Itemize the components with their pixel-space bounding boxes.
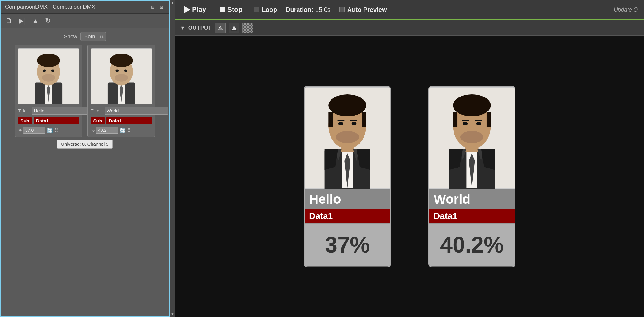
- sub-label-left: Sub: [18, 117, 32, 124]
- main-canvas: Hello Data1 37%: [175, 36, 644, 317]
- preview-sub-left: Data1: [305, 209, 390, 223]
- card-percent-row-left: % 🔄 ⠿: [18, 127, 79, 134]
- maximize-icon[interactable]: ⊠: [158, 4, 165, 10]
- play-step-icon[interactable]: ▶|: [19, 17, 26, 25]
- title-icons: ⊟ ⊠: [150, 4, 165, 10]
- output-collapse-arrow[interactable]: ▼: [180, 25, 185, 31]
- output-icon-mountain[interactable]: [215, 23, 226, 33]
- duration-value: 15.0s: [315, 6, 331, 13]
- output-bar: ▼ OUTPUT: [175, 20, 644, 36]
- svg-rect-33: [362, 112, 366, 127]
- up-arrow-icon[interactable]: ▲: [32, 17, 39, 25]
- svg-point-49: [453, 94, 491, 116]
- svg-point-35: [352, 122, 357, 125]
- svg-rect-36: [338, 120, 345, 121]
- pct-input-left[interactable]: [23, 127, 45, 134]
- preview-card-right: World Data1 40.2%: [428, 86, 515, 267]
- svg-rect-24: [231, 30, 237, 31]
- cards-row: Title Sub Data1 % 🔄 ⠿: [1, 45, 169, 137]
- svg-point-10: [42, 74, 55, 82]
- svg-point-8: [43, 69, 46, 72]
- preview-title-left: Hello: [305, 189, 390, 209]
- svg-point-52: [463, 122, 468, 125]
- pct-sign-right: %: [91, 128, 95, 133]
- sub-value-right: Data1: [106, 117, 152, 124]
- panel-title: ComparisonDMX - ComparisonDMX: [5, 4, 95, 10]
- preview-card-left: Hello Data1 37%: [304, 86, 391, 267]
- title-input-right[interactable]: [105, 107, 168, 115]
- output-label: OUTPUT: [188, 25, 212, 31]
- output-icon-checker[interactable]: [242, 23, 253, 33]
- duration-label: Duration:: [286, 6, 313, 13]
- preview-sub-right: Data1: [429, 209, 515, 223]
- svg-point-34: [338, 122, 343, 125]
- loop-group: Loop: [254, 6, 277, 13]
- left-scrollbar: ▲ ▼: [170, 0, 175, 317]
- auto-preview-group: Auto Preview: [339, 6, 387, 13]
- stop-button[interactable]: Stop: [217, 4, 245, 15]
- stop-square-icon: [220, 7, 225, 12]
- sub-value-left: Data1: [34, 117, 79, 124]
- svg-rect-37: [350, 120, 357, 121]
- show-row: Show Both Left Right: [1, 28, 169, 45]
- svg-rect-54: [462, 120, 469, 121]
- stop-label: Stop: [227, 6, 242, 14]
- spin-icon-left[interactable]: 🔄: [47, 127, 53, 133]
- svg-rect-51: [487, 112, 491, 127]
- preview-pct-left: 37%: [305, 223, 390, 267]
- auto-preview-label: Auto Preview: [347, 6, 387, 13]
- svg-rect-50: [453, 112, 457, 127]
- svg-rect-32: [328, 112, 333, 127]
- refresh-icon[interactable]: ↻: [45, 17, 51, 25]
- spin-icon-right[interactable]: 🔄: [120, 127, 126, 133]
- show-select-wrapper: Both Left Right: [80, 32, 106, 41]
- svg-point-7: [37, 54, 60, 67]
- card-percent-row-right: % 🔄 ⠿: [91, 127, 152, 134]
- card-sub-row-left: Sub Data1: [18, 117, 79, 124]
- play-triangle-icon: [184, 6, 190, 13]
- preview-pct-right: 40.2%: [429, 223, 515, 267]
- preview-title-right: World: [429, 189, 515, 209]
- new-document-icon[interactable]: 🗋: [6, 17, 12, 25]
- dmx-card-left: Title Sub Data1 % 🔄 ⠿: [15, 45, 82, 137]
- update-text: Update O: [614, 7, 638, 13]
- svg-marker-21: [218, 26, 223, 31]
- preview-photo-right: [429, 87, 515, 189]
- scroll-down-arrow[interactable]: ▼: [171, 312, 174, 316]
- dots-icon-right[interactable]: ⠿: [127, 127, 131, 134]
- auto-preview-checkbox[interactable]: [339, 7, 345, 12]
- show-label: Show: [64, 34, 77, 40]
- play-button[interactable]: Play: [181, 4, 209, 15]
- minimize-icon[interactable]: ⊟: [150, 4, 156, 10]
- loop-checkbox[interactable]: [254, 7, 259, 12]
- svg-rect-22: [217, 30, 223, 31]
- output-icon-mountain2[interactable]: [229, 23, 239, 33]
- right-panel: Play Stop Loop Duration: 15.0s Auto Prev…: [175, 0, 644, 317]
- svg-point-17: [110, 54, 133, 67]
- card-title-row-right: Title: [91, 107, 152, 115]
- dmx-card-right: Title Sub Data1 % 🔄 ⠿: [87, 45, 155, 137]
- svg-point-19: [124, 69, 127, 72]
- svg-marker-23: [232, 26, 237, 31]
- pct-input-right[interactable]: [96, 127, 118, 134]
- loop-label: Loop: [262, 6, 277, 13]
- card-photo-left: [18, 48, 79, 104]
- title-label-left: Title: [18, 108, 30, 113]
- card-title-row-left: Title: [18, 107, 79, 115]
- card-photo-right: [91, 48, 152, 104]
- scroll-up-arrow[interactable]: ▲: [171, 1, 174, 5]
- pct-sign-left: %: [18, 128, 22, 133]
- title-input-left[interactable]: [32, 107, 95, 115]
- svg-point-9: [51, 69, 54, 72]
- duration-group: Duration: 15.0s: [286, 6, 331, 13]
- dots-icon-left[interactable]: ⠿: [54, 127, 58, 134]
- preview-photo-left: [305, 87, 390, 189]
- top-toolbar: Play Stop Loop Duration: 15.0s Auto Prev…: [175, 0, 644, 20]
- panel-title-bar: ComparisonDMX - ComparisonDMX ⊟ ⊠: [1, 1, 169, 14]
- show-select[interactable]: Both Left Right: [80, 32, 106, 41]
- title-label-right: Title: [91, 108, 103, 113]
- svg-point-20: [115, 74, 128, 82]
- sub-label-right: Sub: [91, 117, 105, 124]
- svg-point-56: [460, 131, 483, 143]
- svg-point-53: [476, 122, 481, 125]
